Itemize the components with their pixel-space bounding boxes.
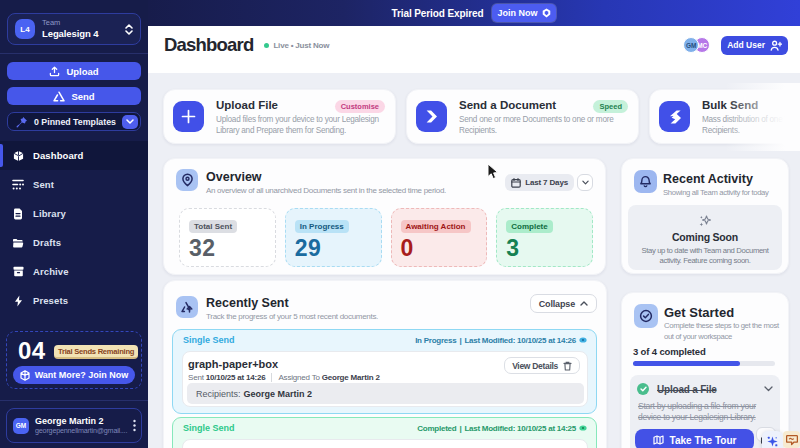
sidebar-divider-top (0, 53, 148, 54)
date-range-expand-button[interactable] (577, 174, 593, 191)
sidebar-item-label: Presets (33, 295, 68, 306)
join-now-label: Want More? Join Now (35, 370, 129, 380)
person-plus-icon (770, 40, 782, 51)
add-user-button[interactable]: Add User (721, 36, 788, 55)
progress-fill (633, 361, 740, 366)
user-email: georgepennellmartin@gmail.... (35, 426, 133, 436)
stat-label: Total Sent (189, 220, 237, 233)
live-dot (264, 43, 269, 48)
chat-widget-button[interactable] (783, 431, 800, 448)
progress-track (633, 361, 775, 366)
sidebar-item-label: Library (33, 208, 66, 219)
live-status: Live • Just Now (264, 41, 329, 50)
join-now-button[interactable]: Want More? Join Now (13, 366, 135, 384)
actions-row-fade (725, 83, 800, 151)
page-title: Dashboard (164, 34, 253, 56)
banner-join-now-button[interactable]: Join Now (492, 4, 556, 22)
stat-value: 29 (295, 236, 372, 260)
sidebar-item-drafts[interactable]: Drafts (0, 228, 148, 257)
stat-awaiting-action: Awaiting Action 0 (391, 208, 488, 267)
sidebar-divider-bottom (0, 400, 148, 401)
pinned-templates[interactable]: 0 Pinned Templates (7, 112, 141, 131)
recently-sent-icon (176, 296, 198, 318)
ai-assistant-button[interactable] (762, 431, 783, 448)
overview-section: Overview An overview of all unarchived D… (163, 158, 606, 275)
eye-icon (579, 337, 587, 343)
sparkle-blue-icon (766, 435, 779, 448)
recently-sent-section: Recently Sent Track the progress of your… (163, 280, 607, 448)
user-card[interactable]: GM George Martin 2 georgepennellmartin@g… (6, 408, 142, 443)
recently-sent-subtitle: Track the progress of your 5 most recent… (206, 312, 378, 321)
sidebar-item-sent[interactable]: Sent (0, 170, 148, 199)
task-upload-a-file[interactable]: Upload a File Start by uploading a file … (630, 375, 780, 448)
stat-total-sent: Total Sent 32 (179, 208, 276, 267)
drafts-folder-icon (12, 237, 24, 249)
sidebar-item-archive[interactable]: Archive (0, 257, 148, 286)
pin-icon (16, 116, 28, 128)
view-details-button[interactable]: View Details (504, 357, 580, 374)
upload-button[interactable]: Upload (7, 62, 141, 80)
stat-value: 3 (506, 236, 583, 260)
view-details-label: View Details (512, 361, 558, 371)
recent-activity-title: Recent Activity (663, 172, 753, 186)
mouse-cursor (487, 163, 499, 181)
pinned-templates-expand-button[interactable] (122, 115, 138, 129)
map-icon (653, 435, 664, 445)
dashboard-cube-icon (12, 150, 24, 162)
collapse-button[interactable]: Collapse (530, 294, 597, 313)
document-row (182, 439, 588, 448)
pinned-templates-label: 0 Pinned Templates (34, 117, 122, 127)
get-started-subtitle: Complete these steps to get the most out… (664, 321, 788, 342)
status-label: Completed (417, 424, 456, 433)
coming-soon-title: Coming Soon (628, 231, 782, 243)
team-name: Legalesign 4 (42, 28, 125, 40)
library-document-icon (12, 208, 24, 220)
progress-label: 3 of 4 completed (633, 346, 706, 357)
item-status-text: In Progress | Last Modified: 10/10/25 at… (415, 336, 587, 345)
meta-divider (271, 373, 272, 382)
upload-icon (49, 66, 60, 77)
item-status-text: Completed | Last Modified: 10/10/25 at 1… (417, 424, 587, 433)
send-document-card[interactable]: Send a Document Send one or more Documen… (406, 89, 639, 144)
sidebar-item-library[interactable]: Library (0, 199, 148, 228)
date-range-button[interactable]: Last 7 Days (505, 174, 574, 191)
document-meta: Sent 10/10/25 at 14:26 Assigned To Georg… (188, 373, 380, 382)
sent-item-completed[interactable]: Single Send Completed | Last Modified: 1… (172, 417, 597, 448)
overview-stats: Total Sent 32 In Progress 29 Awaiting Ac… (179, 208, 593, 267)
stat-label: Awaiting Action (401, 220, 471, 233)
document-row: graph-paper+box Sent 10/10/25 at 14:26 A… (182, 351, 588, 407)
team-label: Team (42, 19, 125, 27)
send-button[interactable]: Send (7, 87, 141, 105)
assigned-label: Assigned To (278, 373, 319, 382)
bulk-send-icon (659, 101, 690, 132)
sidebar: L4 Team Legalesign 4 Upload Send 0 Pinne… (0, 0, 148, 448)
kebab-menu-icon[interactable] (133, 419, 136, 432)
take-the-tour-button[interactable]: Take The Tour (635, 429, 754, 448)
task-check-icon (637, 383, 649, 395)
assigned-name: George Martin 2 (322, 373, 380, 382)
chevron-updown-icon (125, 24, 133, 35)
map-pin-icon (176, 169, 198, 191)
date-range-control: Last 7 Days (505, 174, 593, 191)
stat-value: 32 (189, 236, 266, 260)
shield-icon (542, 8, 551, 18)
main-content: Upload File Upload files from your devic… (148, 73, 800, 448)
coming-soon-box: Coming Soon Stay up to date with Team an… (628, 205, 782, 270)
action-card-desc: Send one or more Documents to one or mor… (459, 114, 635, 136)
upload-file-card[interactable]: Upload File Upload files from your devic… (163, 89, 396, 144)
customise-badge: Customise (335, 100, 385, 113)
sidebar-item-presets[interactable]: Presets (0, 286, 148, 315)
sent-item-in-progress[interactable]: Single Send In Progress | Last Modified:… (172, 329, 597, 414)
trial-sends-box: 04 Trial Sends Remaining Want More? Join… (6, 331, 142, 389)
shield-icon (20, 370, 30, 381)
stat-value: 0 (401, 236, 478, 260)
presets-bolt-icon (12, 295, 24, 307)
sidebar-item-dashboard[interactable]: Dashboard (0, 141, 148, 170)
team-selector[interactable]: L4 Team Legalesign 4 (7, 13, 141, 45)
sidebar-nav: Dashboard Sent Library Drafts Archive (0, 141, 148, 315)
status-separator: | (459, 336, 461, 345)
coming-soon-desc: Stay up to date with Team and Document a… (628, 246, 782, 266)
last-modified-text: Last Modified: 10/10/25 at 14:25 (464, 424, 576, 433)
chevron-down-icon[interactable] (764, 386, 773, 392)
date-range-label: Last 7 Days (525, 178, 568, 187)
